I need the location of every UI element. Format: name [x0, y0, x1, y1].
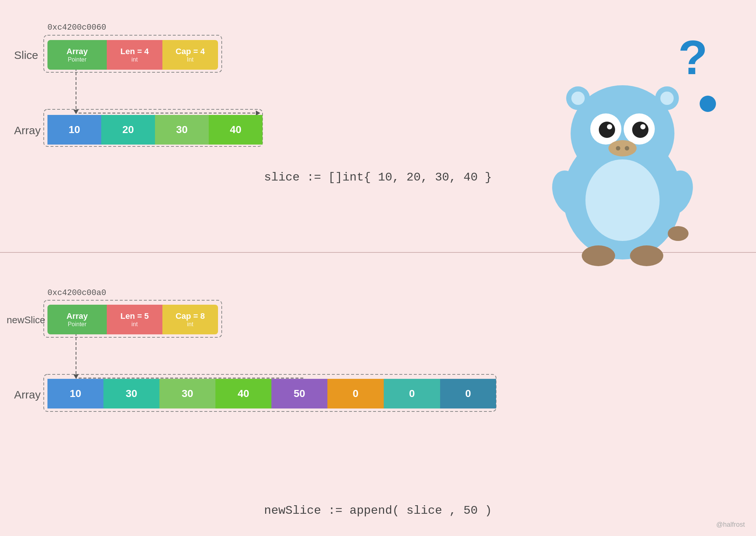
- top-cap-cell: Cap = 4 Int: [162, 40, 218, 70]
- top-cap-title: Cap = 4: [176, 47, 205, 56]
- bottom-len-subtitle: int: [132, 321, 138, 328]
- gopher-svg: ?: [534, 30, 726, 282]
- bottom-cap-subtitle: int: [187, 321, 194, 328]
- svg-marker-8: [73, 374, 79, 379]
- bottom-array-cell-0: 10: [47, 379, 103, 408]
- svg-point-18: [640, 124, 646, 129]
- top-slice-bar: Array Pointer Len = 4 int Cap = 4 Int: [47, 40, 218, 70]
- svg-point-19: [608, 140, 637, 156]
- bottom-array-title: Array: [66, 311, 88, 321]
- top-array-cell-3: 40: [209, 115, 263, 145]
- bottom-cap-cell: Cap = 8 int: [162, 305, 218, 334]
- bottom-array-bar: 10 30 30 40 50 0 0 0: [47, 379, 496, 408]
- top-len-title: Len = 4: [121, 47, 149, 56]
- bottom-array-label: Array: [14, 388, 41, 401]
- svg-point-16: [632, 122, 648, 138]
- bottom-slice-bar: Array Pointer Len = 5 int Cap = 8 int: [47, 305, 218, 334]
- top-len-subtitle: int: [132, 56, 138, 63]
- top-slice-label: Slice: [14, 49, 38, 62]
- top-len-cell: Len = 4 int: [107, 40, 162, 70]
- top-array-cell-1: 20: [101, 115, 155, 145]
- bottom-array-cell-4: 50: [271, 379, 327, 408]
- top-array-cell-0: 10: [47, 115, 101, 145]
- bottom-array-cell-7: 0: [440, 379, 496, 408]
- bottom-array-subtitle: Pointer: [68, 321, 87, 328]
- bottom-address-label: 0xc4200c00a0: [47, 288, 106, 298]
- svg-marker-4: [73, 110, 79, 114]
- top-array-title: Array: [66, 47, 88, 56]
- svg-point-15: [599, 122, 615, 138]
- svg-point-10: [700, 96, 716, 112]
- bottom-array-pointer-cell: Array Pointer: [47, 305, 107, 334]
- bottom-len-title: Len = 5: [121, 311, 149, 321]
- svg-point-24: [571, 92, 585, 105]
- main-container: 0xc4200c0060 Slice Array Pointer Len = 4…: [0, 0, 756, 536]
- svg-point-28: [585, 159, 660, 241]
- bottom-array-cell-1: 30: [103, 379, 159, 408]
- top-cap-subtitle: Int: [187, 56, 194, 63]
- bottom-array-cell-5: 0: [327, 379, 384, 408]
- top-array-pointer-cell: Array Pointer: [47, 40, 107, 70]
- watermark: @halfrost: [716, 521, 745, 529]
- bottom-array-cell-3: 40: [215, 379, 271, 408]
- svg-text:?: ?: [678, 30, 707, 85]
- svg-point-29: [582, 245, 615, 266]
- bottom-array-cell-2: 30: [159, 379, 215, 408]
- bottom-slice-label: newSlice: [7, 314, 45, 326]
- bottom-cap-title: Cap = 8: [176, 311, 205, 321]
- svg-point-21: [625, 146, 629, 150]
- top-array-bar: 10 20 30 40: [47, 115, 263, 145]
- svg-point-31: [668, 226, 689, 241]
- bottom-array-cell-6: 0: [384, 379, 440, 408]
- svg-point-17: [607, 124, 612, 129]
- top-array-subtitle: Pointer: [68, 56, 87, 63]
- svg-point-20: [616, 146, 620, 150]
- top-array-label: Array: [14, 124, 41, 137]
- svg-point-25: [660, 92, 674, 105]
- gopher-mascot: ?: [534, 30, 726, 289]
- top-array-cell-2: 30: [155, 115, 209, 145]
- bottom-len-cell: Len = 5 int: [107, 305, 162, 334]
- top-address-label: 0xc4200c0060: [47, 23, 106, 32]
- svg-point-30: [630, 245, 663, 266]
- bottom-code-label: newSlice := append( slice , 50 ): [0, 496, 756, 525]
